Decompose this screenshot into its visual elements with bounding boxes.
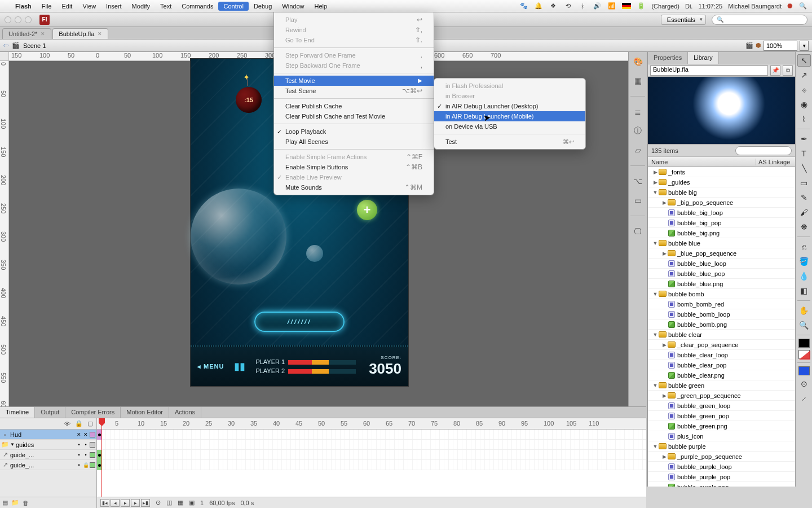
menubar-icon-spotlight[interactable]: 🔍 (798, 2, 807, 10)
tool-free-transform[interactable]: ⟐ (797, 84, 811, 96)
menuitem-clear-publish-cache[interactable]: Clear Publish Cache (274, 101, 434, 111)
lib-item-bubble-purple-loop[interactable]: bubble_purple_loop (648, 462, 795, 472)
menu-app[interactable]: Flash (10, 2, 37, 11)
tool-text[interactable]: T (797, 147, 811, 160)
layer-outline-toggle[interactable] (90, 432, 95, 437)
menuitem-mute-sounds[interactable]: Mute Sounds⌃⌘M (274, 182, 434, 192)
lib-item-bubble-clear-png[interactable]: bubble_clear.png (648, 370, 795, 380)
strip-info-icon[interactable]: ⓘ (632, 125, 644, 137)
strip-align-icon[interactable]: ≣ (632, 106, 644, 118)
fill-swatch[interactable] (798, 350, 810, 359)
lib-item-bubble-big[interactable]: ▼bubble big (648, 187, 795, 198)
bottom-tab-timeline[interactable]: Timeline (0, 407, 35, 418)
close-tab-icon[interactable]: ✕ (98, 31, 102, 37)
timeline-frames[interactable]: 5101520253035404550556065707580859095100… (97, 418, 646, 508)
panel-tab-properties[interactable]: Properties (648, 52, 688, 64)
tool-eyedropper[interactable]: 💧 (797, 270, 811, 282)
menu-view[interactable]: View (77, 2, 101, 11)
menubar-user[interactable]: Michael Baumgardt (728, 3, 782, 10)
window-close[interactable] (5, 16, 11, 23)
lib-item-bubble-blue-loop[interactable]: bubble_blue_loop (648, 259, 795, 269)
layer-eye-icon[interactable]: 👁 (64, 421, 70, 427)
lib-item-bubble-purple[interactable]: ▼bubble purple (648, 441, 795, 452)
layer-lock-toggle[interactable]: • (83, 452, 89, 458)
disclosure-triangle[interactable]: ▼ (652, 383, 658, 388)
lib-item-bubble-big-loop[interactable]: bubble_big_loop (648, 208, 795, 218)
strip-project-icon[interactable]: 🖵 (632, 225, 644, 238)
lib-item-bubble-bomb[interactable]: ▼bubble bomb (648, 289, 795, 299)
tool-options-smooth[interactable]: ⟋ (797, 392, 811, 405)
window-minimize[interactable] (15, 16, 21, 23)
doc-tab-bubbleup-fla[interactable]: BubbleUp.fla✕ (52, 28, 108, 39)
workspace-switcher[interactable]: Essentials (661, 15, 706, 25)
tool-zoom[interactable]: 🔍 (797, 319, 811, 331)
menubar-icon-bluetooth[interactable]: ᚼ (578, 3, 587, 10)
tl-center-frame-icon[interactable]: ▣ (189, 499, 195, 506)
tool-selection[interactable]: ↖ (797, 54, 811, 67)
lib-item-bubble-big-png[interactable]: bubble_big.png (648, 228, 795, 238)
tool-deco[interactable]: ❋ (797, 221, 811, 233)
lib-item-bubble-blue-pop[interactable]: bubble_blue_pop (648, 269, 795, 279)
layer-visible-toggle[interactable]: • (76, 442, 82, 448)
layer-outline-icon[interactable]: ▢ (87, 420, 93, 427)
stage-powerbar[interactable]: /////// (254, 312, 345, 332)
disclosure-triangle[interactable]: ▼ (652, 240, 658, 246)
layer-visible-toggle[interactable]: ✕ (76, 432, 82, 437)
menu-control[interactable]: Control (218, 2, 248, 11)
lib-item-bubble-green-pop[interactable]: bubble_green_pop (648, 411, 795, 421)
disclosure-triangle[interactable]: ▶ (661, 200, 667, 205)
disclosure-triangle[interactable]: ▼ (652, 190, 658, 195)
tool-eraser[interactable]: ◧ (797, 284, 811, 297)
menubar-icon-battery[interactable]: 🔋 (637, 2, 646, 10)
strip-code-icon[interactable]: ⌥ (632, 175, 644, 187)
menuitem-play-all-scenes[interactable]: Play All Scenes (274, 137, 434, 147)
panel-tab-library[interactable]: Library (688, 52, 719, 64)
lib-item-bomb-bomb-red[interactable]: bomb_bomb_red (648, 299, 795, 309)
lib-item-bubble-clear[interactable]: ▼bubble clear (648, 330, 795, 340)
library-pin-icon[interactable]: 📌 (770, 65, 780, 76)
disclosure-triangle[interactable]: ▶ (661, 454, 667, 459)
menubar-time[interactable]: 11:07:25 (698, 3, 722, 10)
lib-item-bubble-bomb-loop[interactable]: bubble_bomb_loop (648, 309, 795, 319)
tl-onion-outline-icon[interactable]: ◫ (166, 499, 172, 506)
lib-item-bubble-purple-png[interactable]: bubble_purple.png (648, 482, 795, 487)
disclosure-triangle[interactable]: ▶ (661, 342, 667, 348)
menubar-icon-shield[interactable]: ⬣ (787, 2, 793, 10)
lib-item-bubble-clear-loop[interactable]: bubble_clear_loop (648, 350, 795, 360)
disclosure-triangle[interactable]: ▼ (652, 291, 658, 297)
delete-layer-button[interactable]: 🗑 (23, 500, 29, 506)
lib-item--fonts[interactable]: ▶_fonts (648, 167, 795, 177)
strip-components-icon[interactable]: ▭ (632, 194, 644, 207)
stage-big-bubble[interactable] (191, 189, 286, 284)
tl-prev-frame[interactable]: ◂ (111, 499, 120, 507)
tool-bone[interactable]: ⎌ (797, 240, 811, 253)
library-search[interactable] (735, 146, 792, 155)
hud-pause-button[interactable]: ▮▮ (234, 360, 245, 373)
disclosure-triangle[interactable]: ▶ (652, 169, 658, 175)
library-tree[interactable]: ▶_fonts▶_guides▼bubble big▶_big_pop_sequ… (648, 167, 795, 487)
strip-transform-icon[interactable]: ▱ (632, 144, 644, 156)
menu-window[interactable]: Window (277, 2, 309, 11)
bottom-tab-output[interactable]: Output (35, 407, 65, 418)
layer-visible-toggle[interactable]: • (76, 452, 82, 458)
menu-edit[interactable]: Edit (56, 2, 77, 11)
library-col-name[interactable]: Name (648, 159, 756, 165)
lib-item--clear-pop-sequence[interactable]: ▶_clear_pop_sequence (648, 340, 795, 350)
layer-lock-toggle[interactable]: • (83, 442, 89, 448)
menu-debug[interactable]: Debug (249, 2, 277, 11)
lib-item--guides[interactable]: ▶_guides (648, 177, 795, 187)
lib-item-plus-icon[interactable]: plus_icon (648, 431, 795, 441)
tool-subselection[interactable]: ↗ (797, 69, 811, 81)
menuitem-test-scene[interactable]: Test Scene⌥⌘↩ (274, 86, 434, 96)
tl-last-frame[interactable]: ▸▮ (141, 499, 150, 507)
edit-scene-icon[interactable]: 🎬 (745, 42, 753, 49)
lib-item--green-pop-sequence[interactable]: ▶_green_pop_sequence (648, 391, 795, 401)
new-folder-button[interactable]: 📁 (11, 499, 19, 506)
keyframe[interactable] (97, 430, 102, 440)
disclosure-triangle[interactable]: ▼ (652, 444, 658, 449)
menu-modify[interactable]: Modify (127, 2, 155, 11)
tool-hand[interactable]: ✋ (797, 304, 811, 317)
submenuitem-test[interactable]: Test⌘↩ (434, 137, 585, 147)
layer-guide----[interactable]: ↗guide_...•• (0, 450, 96, 460)
tool-options-snap[interactable]: ⊙ (797, 378, 811, 390)
